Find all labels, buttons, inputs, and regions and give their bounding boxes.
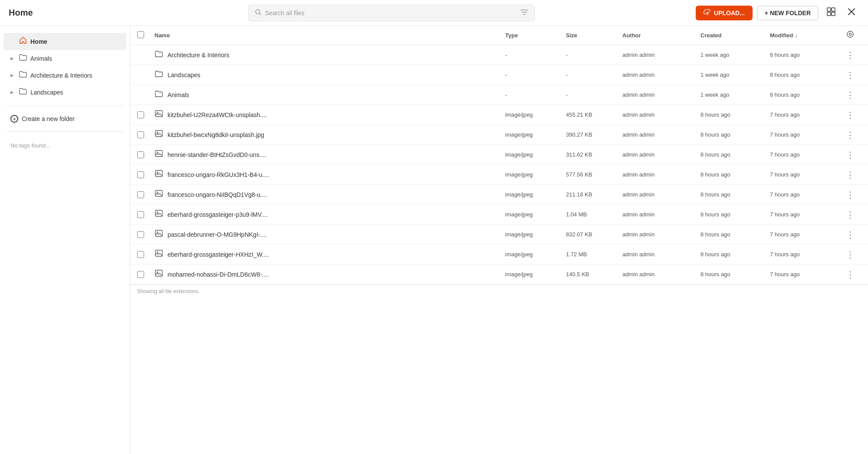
row-more-button[interactable]: ⋮ (846, 91, 855, 99)
svg-rect-26 (155, 190, 162, 196)
row-created: 8 hours ago (700, 111, 770, 118)
row-more-button[interactable]: ⋮ (846, 111, 855, 119)
col-modified-header[interactable]: Modified ↓ (770, 32, 839, 39)
file-name[interactable]: francesco-ungaro-NiIBQqD1Vg8-u.... (168, 191, 267, 198)
row-type: image/jpeg (505, 191, 566, 198)
svg-point-35 (157, 272, 158, 273)
page-title: Home (9, 8, 95, 18)
file-name[interactable]: eberhard-grossgasteiger-HXHzI_W.... (168, 251, 269, 258)
select-all-checkbox[interactable] (137, 31, 144, 38)
row-more-button[interactable]: ⋮ (846, 230, 855, 239)
row-checkbox[interactable] (137, 231, 155, 238)
row-author: admin admin (622, 72, 700, 78)
row-name: Animals (155, 89, 505, 100)
search-bar[interactable]: Search all files (248, 5, 535, 21)
row-actions: ⋮ (839, 210, 861, 219)
file-checkbox[interactable] (137, 151, 144, 158)
row-type: image/jpeg (505, 111, 566, 118)
file-checkbox[interactable] (137, 191, 144, 198)
svg-point-21 (157, 132, 158, 134)
row-actions: ⋮ (839, 131, 861, 139)
table-row: francesco-ungaro-RkGUx3H1-B4-u.... image… (130, 165, 868, 185)
table-row: Landscapes - - admin admin 1 week ago 8 … (130, 65, 868, 85)
file-name[interactable]: eberhard-grossgasteiger-p3u9-lMV.... (168, 211, 268, 218)
row-more-button[interactable]: ⋮ (846, 170, 855, 179)
row-actions: ⋮ (839, 51, 861, 59)
row-more-button[interactable]: ⋮ (846, 71, 855, 79)
row-checkbox[interactable] (137, 251, 155, 258)
file-checkbox[interactable] (137, 271, 144, 278)
file-name[interactable]: Animals (168, 91, 189, 98)
row-author: admin admin (622, 271, 700, 278)
row-checkbox[interactable] (137, 151, 155, 158)
row-size: 832.07 KB (566, 231, 622, 238)
filter-button[interactable] (520, 9, 528, 17)
file-checkbox[interactable] (137, 171, 144, 178)
row-more-button[interactable]: ⋮ (846, 270, 855, 279)
row-more-button[interactable]: ⋮ (846, 250, 855, 259)
row-more-button[interactable]: ⋮ (846, 210, 855, 219)
row-more-button[interactable]: ⋮ (846, 150, 855, 159)
file-name[interactable]: kitzbuhel-U2Reza4WCtk-unsplash.... (168, 111, 267, 118)
row-author: admin admin (622, 52, 700, 58)
row-created: 8 hours ago (700, 131, 770, 138)
file-name[interactable]: hennie-stander-BtHtZsGvdD0-uns.... (168, 151, 266, 158)
image-file-icon (155, 129, 163, 140)
row-size: 390.27 KB (566, 131, 622, 138)
row-name: Architecture & Interiors (155, 49, 505, 60)
row-type: image/jpeg (505, 171, 566, 178)
row-more-button[interactable]: ⋮ (846, 190, 855, 199)
row-type: - (505, 52, 566, 58)
sidebar-item-landscapes[interactable]: ▶ Landscapes (3, 84, 126, 101)
row-size: 1.72 MB (566, 251, 622, 258)
row-checkbox[interactable] (137, 111, 155, 118)
file-name[interactable]: Landscapes (168, 72, 201, 78)
table-row: kitzbuhel-U2Reza4WCtk-unsplash.... image… (130, 105, 868, 125)
row-type: image/jpeg (505, 151, 566, 158)
folder-icon (19, 53, 27, 63)
file-name[interactable]: Architecture & Interiors (168, 52, 229, 59)
svg-rect-7 (832, 8, 835, 11)
file-name[interactable]: pascal-debrunner-O-MG9HpNKgI-.... (168, 231, 267, 238)
upload-button[interactable]: UPLOAD... (696, 6, 753, 20)
file-name[interactable]: kitzbuhel-bwcxNg8dkiI-unsplash.jpg (168, 131, 264, 138)
row-name: Landscapes (155, 69, 505, 80)
row-checkbox[interactable] (137, 191, 155, 198)
create-folder-button[interactable]: + Create a new folder (3, 111, 126, 126)
row-more-button[interactable]: ⋮ (846, 51, 855, 59)
chevron-icon: ▶ (10, 90, 16, 95)
row-name: francesco-ungaro-RkGUx3H1-B4-u.... (155, 169, 505, 180)
file-checkbox[interactable] (137, 211, 144, 218)
file-list: Name Type Size Author Created Modified ↓ (130, 26, 868, 454)
file-checkbox[interactable] (137, 111, 144, 118)
home-icon (19, 36, 27, 46)
row-author: admin admin (622, 111, 700, 118)
sidebar-item-home[interactable]: Home (3, 33, 126, 50)
row-checkbox[interactable] (137, 211, 155, 218)
row-author: admin admin (622, 171, 700, 178)
image-file-icon (155, 209, 163, 220)
close-button[interactable] (844, 6, 859, 20)
row-size: 311.62 KB (566, 151, 622, 158)
create-folder-label: Create a new folder (22, 115, 75, 122)
table-row: eberhard-grossgasteiger-HXHzI_W.... imag… (130, 245, 868, 265)
sidebar-item-animals[interactable]: ▶ Animals (3, 50, 126, 67)
file-checkbox[interactable] (137, 131, 144, 138)
row-size: - (566, 91, 622, 98)
file-checkbox[interactable] (137, 231, 144, 238)
sidebar-item-architecture[interactable]: ▶ Architecture & Interiors (3, 67, 126, 84)
sidebar-divider (7, 106, 123, 106)
table-row: francesco-ungaro-NiIBQqD1Vg8-u.... image… (130, 185, 868, 205)
file-name[interactable]: mohamed-nohassi-Di-DmLD6cW8-.... (168, 271, 269, 278)
row-more-button[interactable]: ⋮ (846, 131, 855, 139)
column-settings-button[interactable] (846, 30, 854, 40)
row-size: 140.5 KB (566, 271, 622, 278)
folder-icon (19, 87, 27, 97)
row-checkbox[interactable] (137, 171, 155, 178)
file-name[interactable]: francesco-ungaro-RkGUx3H1-B4-u.... (168, 171, 269, 178)
row-checkbox[interactable] (137, 271, 155, 278)
file-checkbox[interactable] (137, 251, 144, 258)
new-folder-button[interactable]: + NEW FOLDER (757, 6, 819, 20)
row-checkbox[interactable] (137, 131, 155, 138)
grid-view-button[interactable] (823, 5, 839, 20)
